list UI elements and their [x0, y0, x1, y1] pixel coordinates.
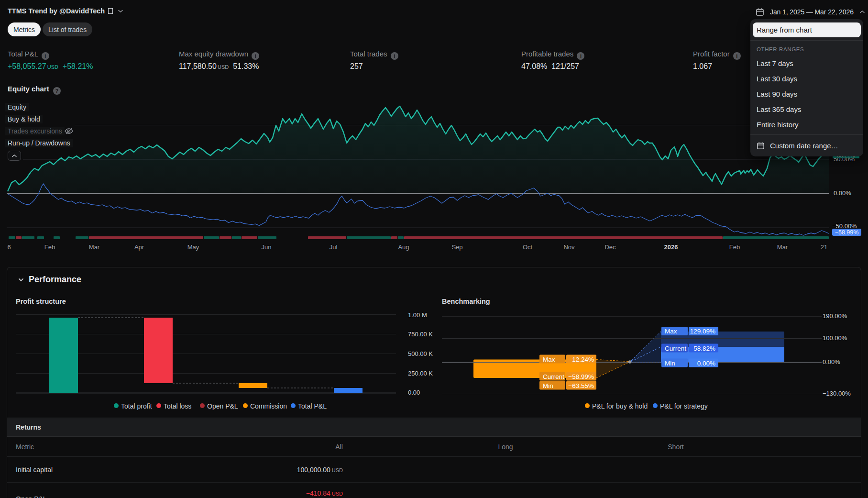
svg-text:129.09%: 129.09%: [690, 328, 715, 335]
svg-text:Current: Current: [543, 373, 564, 380]
svg-text:−58.99%: −58.99%: [568, 373, 594, 380]
svg-text:Current: Current: [665, 345, 686, 352]
svg-text:Total loss: Total loss: [164, 402, 191, 410]
svg-text:250.00 K: 250.00 K: [408, 370, 433, 377]
svg-text:Min: Min: [665, 360, 675, 367]
svg-text:−58.99%: −58.99%: [835, 229, 859, 236]
svg-text:Sep: Sep: [451, 243, 462, 251]
svg-text:12.24%: 12.24%: [572, 356, 594, 363]
svg-text:Jun: Jun: [262, 243, 272, 251]
svg-text:500.00 K: 500.00 K: [408, 350, 433, 357]
svg-text:Max: Max: [665, 328, 677, 335]
svg-text:Oct: Oct: [523, 243, 533, 251]
svg-text:Feb: Feb: [729, 243, 740, 251]
svg-text:Apr: Apr: [134, 243, 144, 251]
svg-text:Aug: Aug: [398, 243, 409, 251]
svg-text:100.00%: 100.00%: [823, 334, 847, 342]
svg-text:21: 21: [821, 243, 827, 251]
svg-text:Jul: Jul: [330, 243, 338, 251]
svg-text:−130.00%: −130.00%: [823, 390, 851, 397]
svg-text:Total profit: Total profit: [121, 402, 152, 410]
svg-text:P&L for strategy: P&L for strategy: [660, 402, 708, 410]
svg-text:190.00%: 190.00%: [823, 312, 847, 320]
svg-text:−50.00%: −50.00%: [832, 222, 857, 230]
svg-text:6: 6: [7, 243, 11, 251]
svg-text:Commission: Commission: [250, 402, 287, 410]
svg-text:0.00%: 0.00%: [697, 360, 715, 367]
svg-text:Total P&L: Total P&L: [298, 402, 327, 410]
svg-text:Mar: Mar: [777, 243, 788, 251]
svg-text:Max: Max: [543, 356, 555, 363]
svg-text:Mar: Mar: [89, 243, 100, 251]
svg-text:Open P&L: Open P&L: [207, 402, 238, 410]
svg-text:2026: 2026: [664, 243, 678, 251]
svg-text:May: May: [187, 243, 199, 251]
svg-text:58.82%: 58.82%: [693, 345, 715, 352]
svg-text:Nov: Nov: [563, 243, 575, 251]
svg-text:750.00 K: 750.00 K: [408, 331, 433, 338]
svg-text:0.00: 0.00: [408, 389, 420, 396]
svg-text:P&L for buy & hold: P&L for buy & hold: [592, 402, 648, 410]
svg-text:1.00 M: 1.00 M: [408, 311, 427, 319]
svg-text:Feb: Feb: [44, 243, 55, 251]
svg-text:Dec: Dec: [604, 243, 616, 251]
svg-text:−63.55%: −63.55%: [568, 382, 594, 389]
svg-text:0.00%: 0.00%: [823, 358, 840, 365]
svg-text:Min: Min: [543, 382, 553, 389]
svg-text:0.00%: 0.00%: [834, 189, 851, 197]
